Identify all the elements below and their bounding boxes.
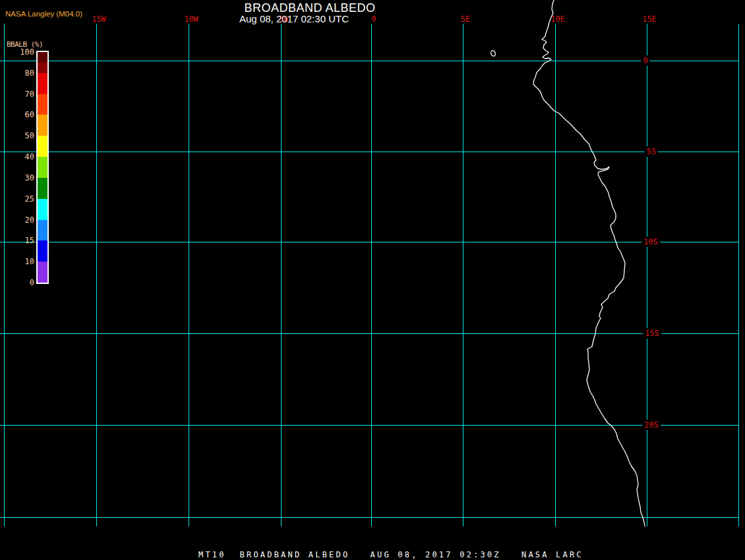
parallel-line (0, 333, 738, 334)
colorbar-segment (38, 136, 47, 157)
colorbar-tick-label: 70 (11, 90, 34, 99)
island-outline (491, 50, 496, 57)
colorbar-tick-label: 10 (11, 257, 34, 266)
meridian-line (281, 24, 282, 526)
meridian-line (647, 24, 647, 526)
coastline-layer (0, 0, 745, 560)
longitude-label: 10W (184, 15, 198, 23)
colorbar-tick-label: 40 (11, 152, 34, 161)
colorbar-tick-label: 25 (11, 194, 34, 204)
colorbar-segment (38, 262, 47, 283)
latitude-label: 10S (641, 237, 660, 247)
colorbar-segment (38, 94, 47, 115)
parallel-line (0, 242, 738, 242)
meridian-line (555, 24, 556, 526)
colorbar-tick-label: 60 (11, 110, 34, 119)
footer-caption: MT10 BROADBAND ALBEDO AUG 08, 2017 02:30… (198, 550, 583, 559)
longitude-label: 15W (92, 15, 106, 23)
meridian-line (96, 24, 97, 526)
colorbar-tick-label: 50 (11, 131, 34, 140)
longitude-label: 0 (371, 15, 376, 23)
colorbar-segment (38, 52, 47, 63)
colorbar-tick-label: 20 (11, 215, 34, 225)
colorbar-tick-label: 100 (11, 47, 34, 57)
longitude-label: 15E (642, 15, 657, 23)
colorbar-tick-label: 30 (11, 173, 34, 182)
parallel-line (0, 61, 738, 61)
parallel-line (0, 425, 738, 426)
colorbar-tick-label: 15 (11, 236, 34, 245)
map-datetime: Aug 08, 2017 02:30 UTC (239, 13, 349, 24)
colorbar-segment (38, 63, 47, 73)
meridian-line (371, 24, 372, 526)
colorbar-segment (38, 157, 47, 178)
meridian-line (738, 24, 739, 526)
meridian-line (189, 24, 189, 526)
colorbar-segment (38, 199, 47, 220)
credit-text: NASA Langley (M04.0) (5, 10, 82, 18)
latitude-label: 15S (643, 328, 661, 339)
latitude-label: 0 (641, 55, 649, 66)
map-canvas: 15W10W5W05E10E15E BROADBAND ALBEDO Aug 0… (0, 0, 745, 560)
parallel-line (0, 152, 738, 152)
longitude-label: 5E (461, 15, 470, 23)
longitude-label: 10E (551, 15, 565, 23)
latitude-label: 20S (642, 420, 661, 430)
colorbar (36, 51, 49, 284)
latitude-label: 5S (645, 146, 658, 157)
colorbar-segment (38, 240, 47, 262)
parallel-line (0, 517, 738, 518)
coastline (533, 0, 645, 526)
meridian-line (4, 24, 5, 526)
colorbar-tick-label: 80 (11, 69, 34, 78)
colorbar-segment (38, 220, 47, 241)
colorbar-segment (38, 115, 47, 136)
colorbar-tick-label: 0 (11, 278, 34, 287)
meridian-line (463, 24, 463, 526)
colorbar-segment (38, 178, 47, 199)
colorbar-segment (38, 73, 47, 94)
